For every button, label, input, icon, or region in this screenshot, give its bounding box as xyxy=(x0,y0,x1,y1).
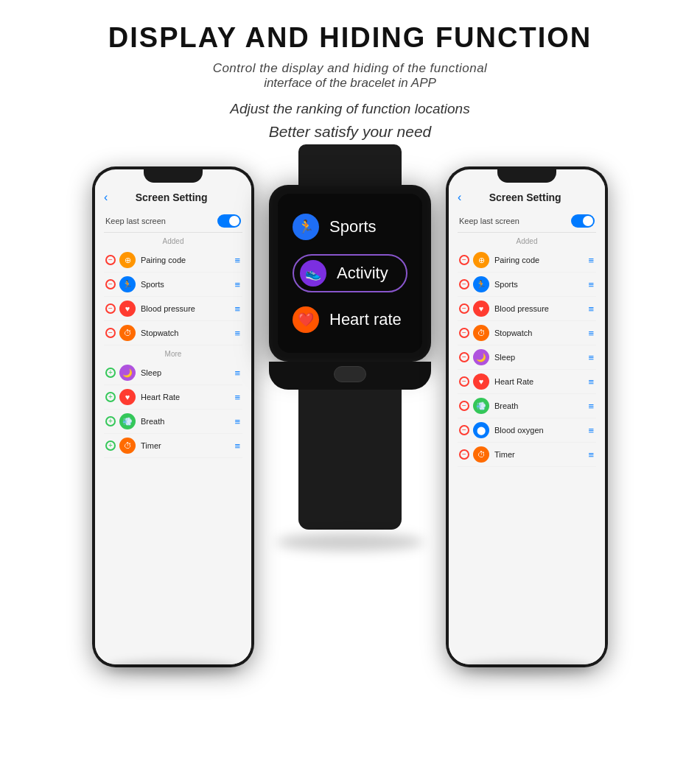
minus-icon[interactable] xyxy=(105,328,116,338)
blood-oxygen-icon: ⬤ xyxy=(473,422,489,438)
minus-icon[interactable] xyxy=(105,255,116,265)
watch-home-button[interactable] xyxy=(334,366,366,382)
reorder-icon[interactable]: ≡ xyxy=(588,328,595,339)
watch-sports-item[interactable]: 🏃 Sports xyxy=(293,209,407,245)
reorder-icon[interactable]: ≡ xyxy=(234,255,241,266)
watch-bottom xyxy=(269,362,431,390)
left-more-label: More xyxy=(104,350,242,358)
reorder-icon[interactable]: ≡ xyxy=(234,368,241,379)
list-item: ♥ Heart Rate ≡ xyxy=(104,385,242,410)
pairing-code-icon: ⊕ xyxy=(119,252,136,268)
right-phone-content: ‹ Screen Setting Keep last screen Added … xyxy=(449,183,605,664)
minus-icon[interactable] xyxy=(459,303,469,314)
plus-icon[interactable] xyxy=(105,440,116,451)
watch-shadow xyxy=(276,533,424,551)
breath-icon: 💨 xyxy=(119,413,136,429)
sleep-icon: 🌙 xyxy=(473,349,489,365)
reorder-icon[interactable]: ≡ xyxy=(234,279,241,290)
left-phone-shadow xyxy=(107,660,239,675)
minus-icon[interactable] xyxy=(459,255,469,265)
list-item: ⬤ Blood oxygen ≡ xyxy=(458,418,596,443)
plus-icon[interactable] xyxy=(105,368,116,378)
reorder-icon[interactable]: ≡ xyxy=(234,392,241,403)
list-item: ♥ Blood pressure ≡ xyxy=(104,297,242,321)
minus-icon[interactable] xyxy=(105,279,116,289)
left-toggle-switch[interactable] xyxy=(217,214,241,228)
list-item: 🏃 Sports ≡ xyxy=(458,273,596,297)
menu-item-label: Timer xyxy=(494,450,588,459)
reorder-icon[interactable]: ≡ xyxy=(588,279,595,290)
heart-rate-icon: ♥ xyxy=(473,373,489,390)
header: DISPLAY AND HIDING FUNCTION Control the … xyxy=(0,0,700,148)
page-container: DISPLAY AND HIDING FUNCTION Control the … xyxy=(0,0,700,783)
subtitle1: Control the display and hiding of the fu… xyxy=(15,61,685,76)
heart-rate-icon: ♥ xyxy=(119,389,136,405)
list-item: ⏱ Stopwatch ≡ xyxy=(104,321,242,345)
right-phone-notch xyxy=(501,169,553,183)
minus-icon[interactable] xyxy=(459,449,469,460)
reorder-icon[interactable]: ≡ xyxy=(588,425,595,436)
reorder-icon[interactable]: ≡ xyxy=(588,303,595,315)
plus-icon[interactable] xyxy=(105,392,116,402)
watch-activity-label: Activity xyxy=(337,264,388,283)
pairing-code-icon: ⊕ xyxy=(473,252,489,268)
menu-item-label: Pairing code xyxy=(494,256,588,264)
list-item: ⏱ Stopwatch ≡ xyxy=(458,321,596,345)
menu-item-label: Stopwatch xyxy=(141,329,234,337)
list-item: ♥ Blood pressure ≡ xyxy=(458,297,596,321)
stopwatch-icon: ⏱ xyxy=(473,325,489,341)
right-phone-shadow xyxy=(461,660,593,675)
reorder-icon[interactable]: ≡ xyxy=(588,352,595,363)
watch-activity-icon: 👟 xyxy=(300,260,326,287)
left-screen-header: ‹ Screen Setting xyxy=(104,186,242,210)
right-screen-header: ‹ Screen Setting xyxy=(458,186,596,210)
reorder-icon[interactable]: ≡ xyxy=(588,401,595,412)
list-item: ⏱ Timer ≡ xyxy=(458,443,596,467)
minus-icon[interactable] xyxy=(459,401,469,411)
back-arrow-left[interactable]: ‹ xyxy=(104,191,108,204)
watch-heartrate-icon: ❤️ xyxy=(293,306,319,333)
blood-pressure-icon: ♥ xyxy=(473,301,489,317)
back-arrow-right[interactable]: ‹ xyxy=(458,191,461,204)
timer-icon: ⏱ xyxy=(119,438,136,454)
menu-item-label: Breath xyxy=(494,401,588,410)
sports-icon: 🏃 xyxy=(473,276,489,292)
watch-strap-bottom xyxy=(298,390,402,530)
minus-icon[interactable] xyxy=(459,425,469,435)
minus-icon[interactable] xyxy=(459,279,469,289)
left-phone-wrapper: ‹ Screen Setting Keep last screen Added … xyxy=(92,152,254,675)
watch-heartrate-item[interactable]: ❤️ Heart rate xyxy=(293,302,407,337)
right-toggle-switch[interactable] xyxy=(571,214,595,228)
menu-item-label: Heart Rate xyxy=(141,393,234,401)
reorder-icon[interactable]: ≡ xyxy=(234,440,241,452)
left-keep-last-toggle-row: Keep last screen xyxy=(104,210,242,233)
reorder-icon[interactable]: ≡ xyxy=(588,449,595,460)
minus-icon[interactable] xyxy=(105,303,116,314)
list-item: 🌙 Sleep ≡ xyxy=(458,345,596,370)
menu-item-label: Blood oxygen xyxy=(494,426,588,435)
list-item: ⊕ Pairing code ≡ xyxy=(104,248,242,273)
list-item: ⊕ Pairing code ≡ xyxy=(458,248,596,273)
minus-icon[interactable] xyxy=(459,328,469,338)
left-phone-notch xyxy=(147,169,199,183)
watch-screen: 🏃 Sports 👟 Activity ❤️ xyxy=(278,194,422,353)
blood-pressure-icon: ♥ xyxy=(119,301,136,317)
watch-activity-item[interactable]: 👟 Activity xyxy=(293,254,407,292)
list-item: 💨 Breath ≡ xyxy=(458,394,596,418)
subtitle4: Better satisfy your need xyxy=(15,123,685,141)
timer-icon: ⏱ xyxy=(473,446,489,463)
stopwatch-icon: ⏱ xyxy=(119,325,136,341)
reorder-icon[interactable]: ≡ xyxy=(588,376,595,387)
list-item: ⏱ Timer ≡ xyxy=(104,434,242,458)
reorder-icon[interactable]: ≡ xyxy=(234,328,241,339)
list-item: 💨 Breath ≡ xyxy=(104,410,242,434)
right-added-label: Added xyxy=(458,237,596,245)
reorder-icon[interactable]: ≡ xyxy=(234,416,241,427)
reorder-icon[interactable]: ≡ xyxy=(588,255,595,266)
plus-icon[interactable] xyxy=(105,416,116,426)
minus-icon[interactable] xyxy=(459,352,469,362)
minus-icon[interactable] xyxy=(459,376,469,387)
watch-heartrate-label: Heart rate xyxy=(329,310,402,329)
watch-sports-icon: 🏃 xyxy=(293,214,319,240)
reorder-icon[interactable]: ≡ xyxy=(234,303,241,315)
